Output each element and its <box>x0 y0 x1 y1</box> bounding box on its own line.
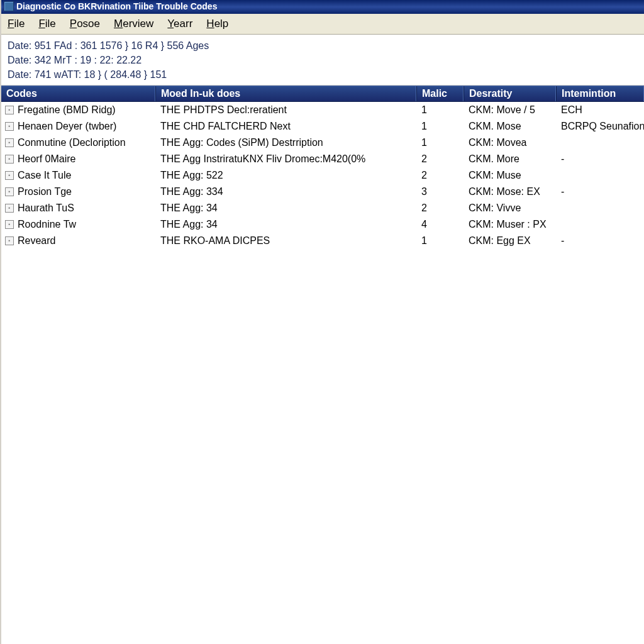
codes-table: Codes Moed In-uk does Malic Desratity In… <box>1 86 644 644</box>
cell-intem: - <box>556 152 644 167</box>
window-title: Diagnostic Co BKRvination Tiibe Trouble … <box>16 1 217 11</box>
cell-codes: Prosion Tge <box>1 184 155 199</box>
cell-codes-text: Henaen Deyer (twber) <box>18 119 116 134</box>
table-row[interactable]: Haurath TuSTHE Agg: 342CKM: Vivve <box>1 200 644 216</box>
cell-codes: Haurath TuS <box>1 201 155 216</box>
cell-desr: CKM: Movea <box>464 135 556 150</box>
cell-desr: CKM. Mose <box>464 119 556 134</box>
cell-intem: BCRPQ Seunafion <box>556 119 644 134</box>
menu-posoe-2[interactable]: Posoe <box>67 16 103 31</box>
cell-desr: CKM: Vivve <box>464 201 556 216</box>
cell-moed: THE Agg: 522 <box>155 168 416 183</box>
menu-file-1[interactable]: File <box>36 16 58 31</box>
cell-moed: THE CHD FALTCHERD Next <box>155 119 416 134</box>
cell-malic: 2 <box>416 168 464 183</box>
row-item-icon <box>5 204 14 213</box>
cell-moed: THE Agg: 34 <box>155 201 416 216</box>
cell-codes: Heorf 0Maire <box>1 152 155 167</box>
cell-moed: THE Agg InstriratuKNX Fliv Dromec:M420(0… <box>155 152 416 167</box>
cell-intem: - <box>556 184 644 199</box>
row-item-icon <box>5 138 14 147</box>
row-item-icon <box>5 122 14 131</box>
cell-malic: 3 <box>416 184 464 199</box>
col-header-malic[interactable]: Malic <box>416 86 464 101</box>
cell-codes-text: Prosion Tge <box>18 184 72 199</box>
menu-merview-3[interactable]: Merview <box>111 16 156 31</box>
cell-moed: THE PHDTPS Decl:reratient <box>155 103 416 118</box>
cell-codes: Roodnine Tw <box>1 217 155 232</box>
cell-intem: ECH <box>556 103 644 118</box>
info-line-2: Date: 342 MrT : 19 : 22: 22.22 <box>8 53 638 67</box>
row-item-icon <box>5 236 14 245</box>
cell-desr: CKM: Move / 5 <box>464 103 556 118</box>
cell-codes-text: Conmutine (Decloription <box>18 135 126 150</box>
cell-moed: THE Agg: 334 <box>155 184 416 199</box>
row-item-icon <box>5 187 14 196</box>
titlebar[interactable]: Diagnostic Co BKRvination Tiibe Trouble … <box>1 0 644 14</box>
table-row[interactable]: Conmutine (DecloriptionTHE Agg: Codes (S… <box>1 135 644 151</box>
row-item-icon <box>5 155 14 164</box>
cell-desr: CKM: Egg EX <box>464 233 556 248</box>
cell-desr: CKM: Mose: EX <box>464 184 556 199</box>
cell-codes-text: Fregatine (BMD Ridg) <box>18 103 116 118</box>
table-header: Codes Moed In-uk does Malic Desratity In… <box>1 86 644 102</box>
cell-malic: 1 <box>416 135 464 150</box>
cell-codes-text: Haurath TuS <box>18 201 74 216</box>
cell-codes-text: Heorf 0Maire <box>18 152 75 167</box>
cell-codes: Case It Tule <box>1 168 155 183</box>
cell-desr: CKM. More <box>464 152 556 167</box>
col-header-moed[interactable]: Moed In-uk does <box>155 86 416 101</box>
cell-malic: 2 <box>416 152 464 167</box>
col-header-codes[interactable]: Codes <box>1 86 155 101</box>
cell-codes-text: Reveard <box>18 233 55 248</box>
table-row[interactable]: ReveardTHE RKO-AMA DICPES1CKM: Egg EX- <box>1 233 644 249</box>
cell-codes: Conmutine (Decloription <box>1 135 155 150</box>
table-row[interactable]: Case It TuleTHE Agg: 5222CKM: Muse <box>1 167 644 184</box>
app-icon <box>4 1 14 11</box>
cell-codes: Reveard <box>1 233 155 248</box>
table-body: Fregatine (BMD Ridg)THE PHDTPS Decl:rera… <box>1 102 644 249</box>
cell-malic: 4 <box>416 217 464 232</box>
cell-malic: 2 <box>416 201 464 216</box>
cell-moed: THE RKO-AMA DICPES <box>155 233 416 248</box>
cell-intem: - <box>556 233 644 248</box>
row-item-icon <box>5 106 14 114</box>
info-panel: Date: 951 FAd : 361 1576 } 16 R4 } 556 A… <box>1 35 644 86</box>
info-line-3: Date: 741 wATT: 18 } ( 284.48 } 151 <box>8 67 638 82</box>
menu-file-0[interactable]: File <box>5 16 27 31</box>
cell-codes: Fregatine (BMD Ridg) <box>1 103 155 118</box>
table-row[interactable]: Roodnine TwTHE Agg: 344CKM: Muser : PX <box>1 216 644 233</box>
col-header-intem[interactable]: Intemintion <box>556 86 644 101</box>
cell-desr: CKM: Muser : PX <box>464 217 556 232</box>
menu-yearr-4[interactable]: Yearr <box>165 16 195 31</box>
menubar: FileFilePosoeMerviewYearrHelp <box>1 14 644 35</box>
row-item-icon <box>5 171 14 180</box>
cell-desr: CKM: Muse <box>464 168 556 183</box>
col-header-desr[interactable]: Desratity <box>464 86 556 101</box>
cell-malic: 1 <box>416 103 464 118</box>
cell-codes-text: Case It Tule <box>18 168 71 183</box>
table-row[interactable]: Prosion TgeTHE Agg: 3343CKM: Mose: EX- <box>1 184 644 200</box>
cell-malic: 1 <box>416 119 464 134</box>
table-row[interactable]: Heorf 0MaireTHE Agg InstriratuKNX Fliv D… <box>1 151 644 167</box>
table-row[interactable]: Henaen Deyer (twber)THE CHD FALTCHERD Ne… <box>1 118 644 135</box>
cell-malic: 1 <box>416 233 464 248</box>
row-item-icon <box>5 220 14 229</box>
menu-help-5[interactable]: Help <box>204 16 231 31</box>
info-line-1: Date: 951 FAd : 361 1576 } 16 R4 } 556 A… <box>8 38 638 53</box>
cell-moed: THE Agg: Codes (SiPM) Destrription <box>155 135 416 150</box>
app-window: Diagnostic Co BKRvination Tiibe Trouble … <box>0 0 644 644</box>
table-row[interactable]: Fregatine (BMD Ridg)THE PHDTPS Decl:rera… <box>1 102 644 118</box>
cell-codes: Henaen Deyer (twber) <box>1 119 155 134</box>
cell-moed: THE Agg: 34 <box>155 217 416 232</box>
cell-codes-text: Roodnine Tw <box>18 217 76 232</box>
